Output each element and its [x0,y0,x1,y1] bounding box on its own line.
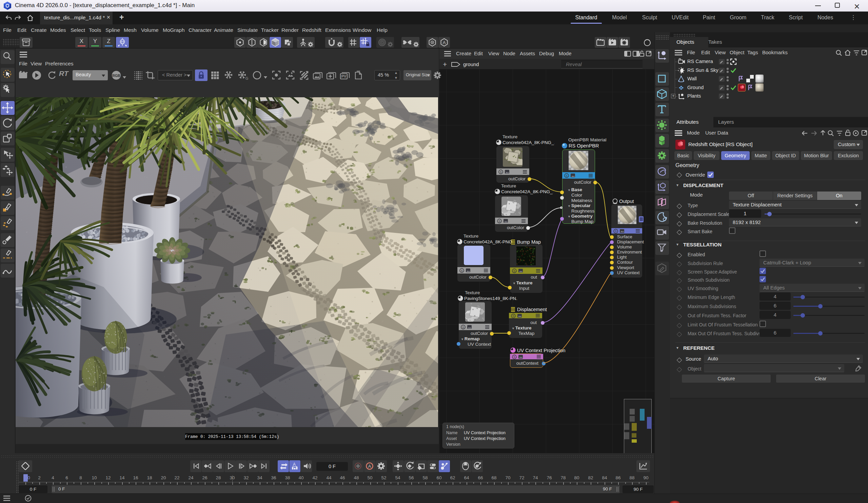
svg-text:S: S [566,174,568,178]
svg-text:RS OpenPBR: RS OpenPBR [569,143,599,148]
svg-text:S: S [461,269,463,273]
svg-text:PV: PV [341,74,347,78]
svg-text:A: A [368,464,371,469]
svg-text:S: S [615,230,617,233]
svg-text:PavingStones149_8K-PN...: PavingStones149_8K-PN... [464,296,517,301]
svg-text:A: A [293,462,296,467]
svg-text:Output: Output [619,199,634,204]
svg-text:S: S [498,220,500,223]
svg-text:UV Context Projection: UV Context Projection [517,348,566,353]
svg-text:S: S [513,270,515,273]
svg-text:RGB: RGB [112,74,120,77]
svg-text:Concrete042A_8K-PNG_...: Concrete042A_8K-PNG_... [501,189,553,194]
svg-text:Bump Map: Bump Map [517,239,541,245]
svg-text:Concrete042A_8K-PNG_...: Concrete042A_8K-PNG_... [503,140,554,145]
svg-text:S: S [513,355,515,359]
svg-text:S: S [512,314,514,317]
svg-text:Displacement: Displacement [517,307,547,312]
svg-text:S: S [500,170,502,174]
svg-text:G: G [246,76,248,80]
svg-text:A: A [443,40,446,45]
svg-text:Concrete042A_8K-PNG_...: Concrete042A_8K-PNG_... [464,239,515,244]
svg-text:S: S [462,326,464,329]
